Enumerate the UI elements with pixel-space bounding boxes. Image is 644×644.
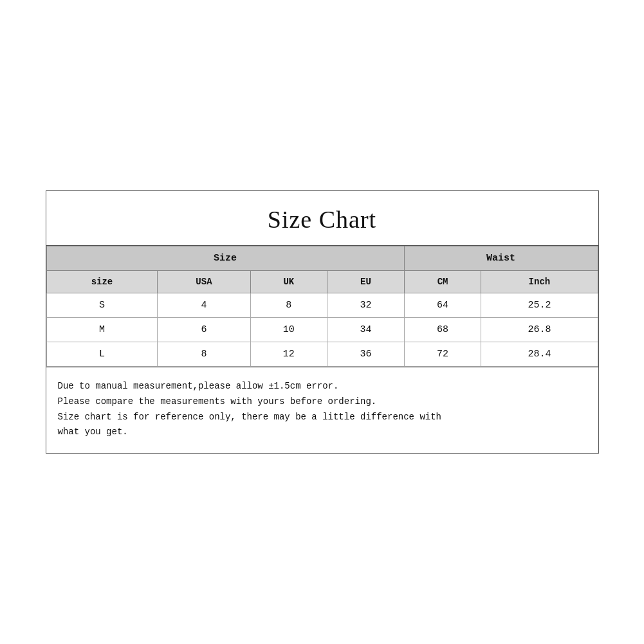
table-row: S48326425.2: [46, 293, 598, 317]
cell-eu-1: 34: [327, 317, 405, 342]
chart-container: Size Chart Size Waist size USA UK EU CM …: [46, 190, 599, 454]
table-header-row-1: Size Waist: [46, 246, 598, 270]
cell-size-1: M: [46, 317, 158, 342]
table-row: M610346826.8: [46, 317, 598, 342]
waist-group-header: Waist: [404, 246, 598, 270]
size-table: Size Waist size USA UK EU CM Inch S48326…: [46, 246, 598, 367]
cell-size-0: S: [46, 293, 158, 317]
cell-cm-1: 68: [404, 317, 481, 342]
col-size-header: size: [46, 270, 158, 293]
table-body: S48326425.2M610346826.8L812367228.4: [46, 293, 598, 366]
notes-text: Due to manual measurement,please allow ±…: [58, 379, 587, 440]
size-group-header: Size: [46, 246, 404, 270]
col-uk-header: UK: [250, 270, 327, 293]
chart-title: Size Chart: [46, 191, 598, 246]
table-section: Size Waist size USA UK EU CM Inch S48326…: [46, 246, 598, 367]
page-wrapper: Size Chart Size Waist size USA UK EU CM …: [0, 0, 644, 644]
col-inch-header: Inch: [481, 270, 598, 293]
cell-size-2: L: [46, 342, 158, 366]
cell-eu-0: 32: [327, 293, 405, 317]
cell-inch-2: 28.4: [481, 342, 598, 366]
col-eu-header: EU: [327, 270, 405, 293]
cell-inch-0: 25.2: [481, 293, 598, 317]
cell-usa-2: 8: [158, 342, 250, 366]
cell-uk-1: 10: [250, 317, 327, 342]
notes-section: Due to manual measurement,please allow ±…: [46, 367, 598, 453]
col-usa-header: USA: [158, 270, 250, 293]
cell-uk-2: 12: [250, 342, 327, 366]
cell-cm-2: 72: [404, 342, 481, 366]
cell-eu-2: 36: [327, 342, 405, 366]
cell-usa-1: 6: [158, 317, 250, 342]
cell-uk-0: 8: [250, 293, 327, 317]
table-row: L812367228.4: [46, 342, 598, 366]
cell-inch-1: 26.8: [481, 317, 598, 342]
cell-cm-0: 64: [404, 293, 481, 317]
col-cm-header: CM: [404, 270, 481, 293]
table-header-row-2: size USA UK EU CM Inch: [46, 270, 598, 293]
cell-usa-0: 4: [158, 293, 250, 317]
